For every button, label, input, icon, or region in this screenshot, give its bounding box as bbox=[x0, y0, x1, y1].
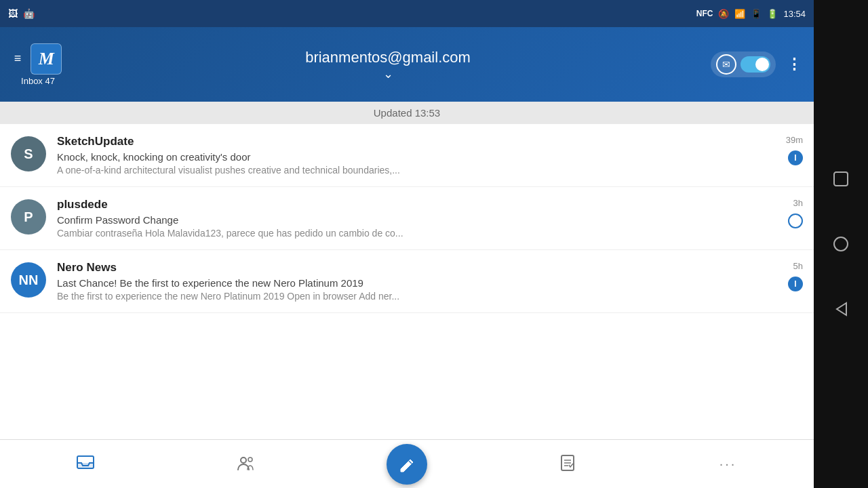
wifi-icon: 📶 bbox=[734, 9, 745, 19]
email-time: 39m bbox=[786, 135, 803, 145]
sync-icon: ✉ bbox=[716, 54, 736, 75]
mute-icon: 🔕 bbox=[718, 9, 729, 19]
more-menu-button[interactable]: ⋮ bbox=[787, 56, 803, 73]
email-meta: 39m I bbox=[786, 135, 803, 165]
email-sender: SketchUpdate bbox=[57, 135, 778, 148]
email-preview: Be the first to experience the new Nero … bbox=[57, 291, 780, 302]
svg-rect-8 bbox=[834, 172, 848, 186]
gmail-icon-box: M bbox=[31, 43, 62, 75]
toggle-knob bbox=[755, 58, 769, 71]
email-list: S SketchUpdate Knock, knock, knocking on… bbox=[0, 124, 814, 439]
sync-toggle-pill[interactable] bbox=[741, 56, 770, 73]
email-address: brianmentos@gmail.com bbox=[305, 49, 471, 66]
unread-indicator: I bbox=[788, 150, 803, 165]
chevron-down-icon: ⌄ bbox=[383, 68, 393, 80]
updated-text: Updated 13:53 bbox=[374, 107, 440, 119]
battery-icon: 🔋 bbox=[767, 9, 778, 19]
bottom-nav: ··· bbox=[0, 439, 814, 488]
avatar-letters: P bbox=[24, 209, 33, 225]
svg-point-3 bbox=[248, 458, 252, 462]
android-back-button[interactable] bbox=[829, 297, 853, 321]
svg-marker-10 bbox=[837, 303, 846, 315]
avatar: S bbox=[11, 136, 46, 171]
email-sender: Nero News bbox=[57, 261, 780, 274]
inbox-label: Inbox 47 bbox=[21, 76, 55, 86]
status-bar: 🖼 🤖 NFC 🔕 📶 📱 🔋 13:54 bbox=[0, 0, 814, 27]
status-right-icons: NFC 🔕 📶 📱 🔋 13:54 bbox=[696, 9, 806, 19]
email-item[interactable]: S SketchUpdate Knock, knock, knocking on… bbox=[0, 124, 814, 187]
avatar-letters: S bbox=[24, 146, 33, 162]
email-item[interactable]: P plusdede Confirm Password Change Cambi… bbox=[0, 187, 814, 250]
email-time: 5h bbox=[793, 261, 803, 271]
nav-item-compose[interactable] bbox=[327, 444, 488, 485]
android-home-button[interactable] bbox=[829, 232, 853, 256]
email-preview: A one-of-a-kind architectural visualist … bbox=[57, 165, 778, 176]
hamburger-icon[interactable]: ≡ bbox=[14, 52, 22, 66]
sim-icon: 📱 bbox=[751, 9, 762, 19]
email-content: SketchUpdate Knock, knock, knocking on c… bbox=[57, 135, 778, 176]
android-icon: 🤖 bbox=[23, 8, 35, 19]
email-time: 3h bbox=[793, 198, 803, 208]
header-left: ≡ M Inbox 47 bbox=[11, 43, 65, 86]
android-nav-bar bbox=[814, 0, 868, 488]
email-item[interactable]: NN Nero News Last Chance! Be the first t… bbox=[0, 250, 814, 313]
phone-screen: 🖼 🤖 NFC 🔕 📶 📱 🔋 13:54 ≡ M Inbox 47 brian… bbox=[0, 0, 814, 488]
email-meta: 5h I bbox=[788, 261, 803, 291]
nav-item-more[interactable]: ··· bbox=[648, 456, 808, 472]
svg-point-9 bbox=[834, 237, 848, 251]
nav-item-inbox[interactable] bbox=[5, 452, 166, 476]
more-nav-icon: ··· bbox=[719, 456, 737, 472]
email-subject: Last Chance! Be the first to experience … bbox=[57, 277, 780, 289]
header-center[interactable]: brianmentos@gmail.com ⌄ bbox=[65, 49, 711, 80]
nav-item-contacts[interactable] bbox=[166, 453, 327, 475]
updated-bar: Updated 13:53 bbox=[0, 102, 814, 124]
app-header: ≡ M Inbox 47 brianmentos@gmail.com ⌄ ✉ ⋮ bbox=[0, 27, 814, 102]
svg-point-2 bbox=[241, 458, 246, 463]
compose-fab[interactable] bbox=[387, 444, 427, 485]
email-content: Nero News Last Chance! Be the first to e… bbox=[57, 261, 780, 302]
tasks-nav-icon bbox=[558, 453, 577, 475]
sync-toggle[interactable]: ✉ bbox=[711, 52, 776, 77]
email-subject: Knock, knock, knocking on creativity's d… bbox=[57, 151, 778, 163]
email-content: plusdede Confirm Password Change Cambiar… bbox=[57, 198, 780, 239]
inbox-nav-icon bbox=[76, 452, 95, 476]
header-right: ✉ ⋮ bbox=[711, 52, 803, 77]
avatar-letters: NN bbox=[19, 272, 39, 288]
email-preview: Cambiar contraseña Hola Malavida123, par… bbox=[57, 228, 780, 239]
unread-indicator: I bbox=[788, 277, 803, 291]
nav-item-tasks[interactable] bbox=[487, 453, 648, 475]
contacts-nav-icon bbox=[237, 453, 256, 475]
email-sender: plusdede bbox=[57, 198, 780, 211]
email-meta: 3h bbox=[788, 198, 803, 228]
android-recent-button[interactable] bbox=[829, 167, 853, 191]
avatar: NN bbox=[11, 262, 46, 298]
nfc-label: NFC bbox=[696, 9, 713, 18]
svg-rect-1 bbox=[77, 463, 94, 468]
avatar: P bbox=[11, 199, 46, 235]
read-indicator bbox=[788, 214, 803, 228]
clock: 13:54 bbox=[783, 9, 806, 19]
status-left-icons: 🖼 🤖 bbox=[8, 8, 35, 19]
gmail-m-letter: M bbox=[39, 49, 54, 69]
gallery-icon: 🖼 bbox=[8, 8, 18, 19]
email-subject: Confirm Password Change bbox=[57, 214, 780, 226]
